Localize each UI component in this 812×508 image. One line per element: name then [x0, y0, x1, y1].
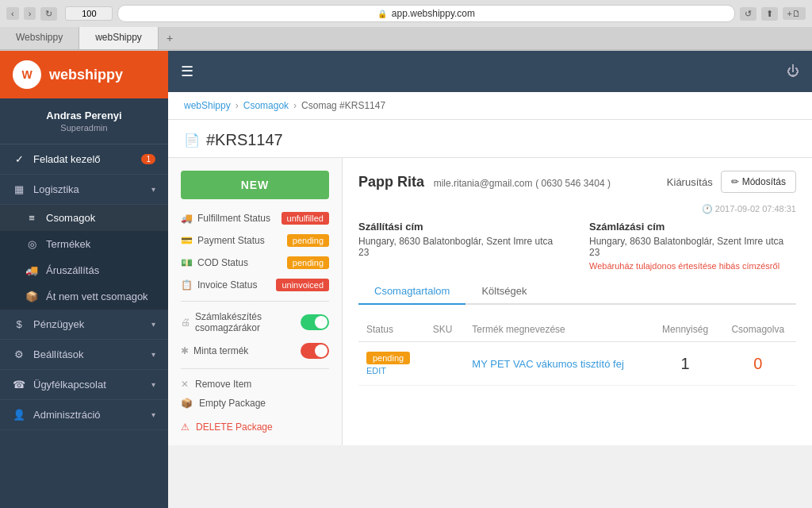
szamlakeszites-toggle[interactable]: [301, 314, 329, 330]
payment-status-badge[interactable]: pending: [287, 234, 329, 247]
sidebar-sub-label: Át nem vett csomagok: [46, 291, 148, 302]
col-csomagolva: Csomagolva: [719, 318, 796, 342]
edit-icon: ✏: [731, 176, 739, 187]
fulfillment-status-row: 🚚 Fulfillment Status unfulfilled: [181, 212, 329, 225]
tab-koltsegek[interactable]: Költségek: [465, 279, 542, 305]
right-panel: Papp Rita mile.ritania@gmail.com ( 0630 …: [343, 158, 812, 445]
forward-button[interactable]: ›: [24, 7, 36, 20]
minta-toggle[interactable]: [301, 343, 329, 359]
table-body: pending EDIT MY PET VAC vákumos tisztító…: [358, 342, 796, 386]
shipping-address-value: Hungary, 8630 Balatonboglár, Szent Imre …: [358, 236, 565, 258]
page-title: #KRS1147: [206, 131, 283, 149]
table-header: Status SKU Termék megnevezése Mennyiség …: [358, 318, 796, 342]
address-bar[interactable]: 🔒 app.webshippy.com: [117, 5, 734, 22]
invoice-status-icon: 📋: [181, 279, 193, 291]
sub-nav: ≡ Csomagok ◎ Termékek 🚚 Áruszállítás 📦 Á…: [0, 205, 168, 310]
sidebar-item-label: Pénzügyek: [33, 318, 84, 330]
share-button[interactable]: ⬆: [761, 7, 778, 21]
empty-package-label: Empty Package: [199, 398, 266, 409]
tab-webshippy[interactable]: Webshippy: [0, 27, 79, 49]
empty-package-row[interactable]: 📦 Empty Package: [181, 398, 329, 409]
sidebar-item-aruszallitas[interactable]: 🚚 Áruszállítás: [0, 257, 168, 283]
new-button[interactable]: NEW: [181, 171, 329, 199]
chevron-right-icon: ▾: [151, 320, 155, 329]
star-icon: ✱: [181, 345, 189, 356]
cod-status-icon: 💵: [181, 257, 193, 268]
row-name: MY PET VAC vákumos tisztító fej: [464, 342, 650, 386]
breadcrumb-sep: ›: [236, 100, 239, 111]
new-tab-button[interactable]: +🗋: [783, 7, 806, 20]
customer-info: Papp Rita mile.ritania@gmail.com ( 0630 …: [358, 174, 611, 190]
item-status-badge[interactable]: pending: [366, 352, 410, 364]
address-section: Szállítási cím Hungary, 8630 Balatonbogl…: [358, 221, 796, 271]
product-icon: ◎: [25, 238, 38, 250]
empty-package-icon: 📦: [181, 398, 193, 409]
billing-address-label: Számlázási cím: [589, 221, 796, 233]
kiarusitas-label: Kiárusítás: [667, 176, 713, 188]
logo-text: webshippy: [49, 67, 123, 83]
address-warning[interactable]: Webáruház tulajdonos értesítése hibás cí…: [589, 261, 796, 271]
cod-status-label: COD Status: [197, 257, 282, 268]
tab-csomagtartalom[interactable]: Csomagtartalom: [358, 279, 465, 305]
refresh-button[interactable]: ↻: [40, 7, 57, 21]
sidebar-item-csomagok[interactable]: ≡ Csomagok: [0, 205, 168, 231]
breadcrumb-csomagok[interactable]: Csomagok: [243, 100, 289, 111]
item-name[interactable]: MY PET VAC vákumos tisztító fej: [472, 358, 623, 370]
modify-button[interactable]: ✏ Módosítás: [721, 171, 796, 193]
sidebar-item-logisztika[interactable]: ▦ Logisztika ▾: [0, 175, 168, 205]
sidebar-item-ugyfelpcsolat[interactable]: ☎ Ügyfélkapcsolat ▾: [0, 370, 168, 400]
browser-chrome: ‹ › ↻ 100 🔒 app.webshippy.com ↺ ⬆ +🗋 Web…: [0, 0, 812, 51]
sidebar-item-feladat[interactable]: ✓ Feladat kezelő 1: [0, 144, 168, 175]
shipping-address-block: Szállítási cím Hungary, 8630 Balatonbogl…: [358, 221, 565, 271]
row-qty: 1: [651, 342, 720, 386]
two-col-layout: NEW 🚚 Fulfillment Status unfulfilled 💳 P…: [168, 158, 812, 445]
customer-header: Papp Rita mile.ritania@gmail.com ( 0630 …: [358, 171, 796, 193]
clock-icon: 🕐: [702, 204, 713, 214]
timestamp-value: 2017-09-02 07:48:31: [715, 204, 796, 214]
left-panel: NEW 🚚 Fulfillment Status unfulfilled 💳 P…: [168, 158, 343, 445]
item-edit-link[interactable]: EDIT: [366, 366, 417, 375]
new-tab-add[interactable]: +: [159, 27, 181, 49]
user-role: Superadmin: [13, 123, 155, 133]
billing-label-text: Számlázási cím: [589, 221, 665, 233]
browser-tabs: Webshippy webShippy +: [0, 27, 812, 50]
sidebar: W webshippy Andras Perenyi Superadmin ✓ …: [0, 51, 168, 508]
back-button[interactable]: ‹: [6, 7, 19, 20]
tab-webshippy-active[interactable]: webShippy: [79, 27, 159, 49]
sidebar-sub-label: Áruszállítás: [46, 264, 99, 276]
sidebar-item-termekek[interactable]: ◎ Termékek: [0, 231, 168, 257]
power-icon[interactable]: ⏻: [787, 64, 799, 79]
hamburger-icon[interactable]: ☰: [181, 63, 193, 80]
top-bar: ☰ ⏻: [168, 51, 812, 92]
reload-button[interactable]: ↺: [740, 7, 756, 21]
minta-toggle-row: ✱ Minta termék: [181, 343, 329, 359]
invoice-status-badge[interactable]: uninvoiced: [276, 279, 329, 291]
remove-icon: ✕: [181, 379, 189, 390]
col-qty: Mennyiség: [651, 318, 720, 342]
remove-item-row[interactable]: ✕ Remove Item: [181, 379, 329, 390]
shipping-address-label: Szállítási cím: [358, 221, 565, 233]
col-name: Termék megnevezése: [464, 318, 650, 342]
main-content: ☰ ⏻ webShippy › Csomagok › Csomag #KRS11…: [168, 51, 812, 508]
sidebar-item-penzugyek[interactable]: $ Pénzügyek ▾: [0, 310, 168, 340]
breadcrumb: webShippy › Csomagok › Csomag #KRS1147: [168, 92, 812, 120]
box-icon: 📦: [25, 291, 38, 302]
szamlakeszites-toggle-row: 🖨 Számlakészítés csomagzárákor: [181, 311, 329, 333]
user-name: Andras Perenyi: [13, 110, 155, 121]
check-icon: ✓: [13, 153, 25, 165]
sidebar-item-beallitasok[interactable]: ⚙ Beállítások ▾: [0, 340, 168, 370]
printer-icon: 🖨: [181, 317, 190, 328]
fulfillment-status-badge[interactable]: unfulfilled: [282, 212, 329, 225]
sidebar-sub-label: Csomagok: [46, 212, 95, 224]
minta-label: Minta termék: [193, 345, 296, 356]
col-status: Status: [358, 318, 425, 342]
sidebar-item-atnvett[interactable]: 📦 Át nem vett csomagok: [0, 283, 168, 310]
breadcrumb-sep: ›: [293, 100, 297, 111]
delete-package-row[interactable]: ⚠ DELETE Package: [181, 421, 329, 433]
customer-actions: Kiárusítás ✏ Módosítás: [667, 171, 796, 193]
document-icon: 📄: [184, 133, 200, 148]
sidebar-item-adminisztracio[interactable]: 👤 Adminisztráció ▾: [0, 400, 168, 430]
breadcrumb-webshippy[interactable]: webShippy: [184, 100, 231, 111]
cod-status-badge[interactable]: pending: [287, 256, 329, 269]
extension-area: 100: [65, 6, 113, 21]
